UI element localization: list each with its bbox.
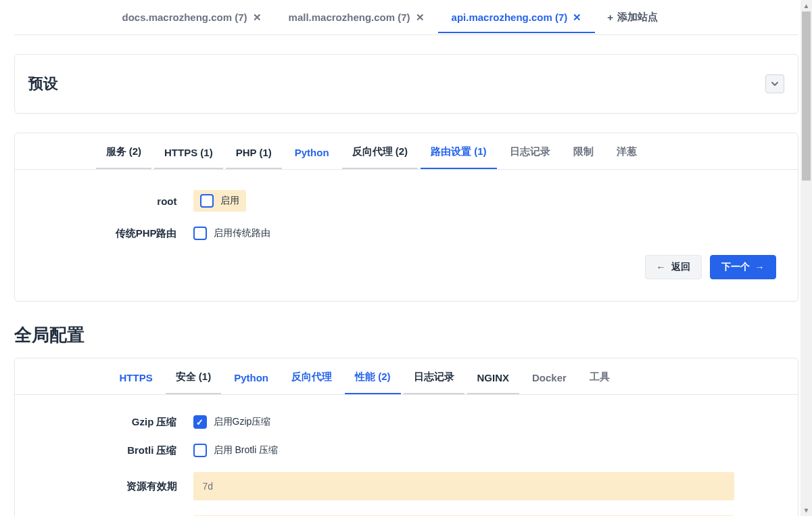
gtab-tools[interactable]: 工具	[579, 358, 620, 394]
tab-onion[interactable]: 洋葱	[606, 133, 647, 169]
asset-expiry-input[interactable]	[193, 472, 734, 500]
php-route-checkbox[interactable]	[193, 227, 207, 240]
gtab-perf[interactable]: 性能 (2)	[345, 358, 401, 394]
next-button[interactable]: 下一个 →	[710, 255, 776, 279]
button-row: ← 返回 下一个 →	[31, 255, 782, 285]
gtab-log[interactable]: 日志记录	[404, 358, 464, 394]
php-route-label: 传统PHP路由	[31, 227, 193, 240]
global-config-card: HTTPS 安全 (1) Python 反向代理 性能 (2) 日志记录 NGI…	[14, 358, 798, 516]
global-tabs: HTTPS 安全 (1) Python 反向代理 性能 (2) 日志记录 NGI…	[15, 358, 798, 395]
root-check-label: 启用	[220, 195, 239, 207]
close-icon[interactable]: ✕	[253, 11, 262, 24]
tab-limit[interactable]: 限制	[563, 133, 604, 169]
row-brotli: Brotli 压缩 启用 Brotli 压缩	[31, 444, 782, 457]
root-highlight: 启用	[193, 190, 246, 212]
row-gzip: Gzip 压缩 启用Gzip压缩	[31, 415, 782, 429]
scrollbar[interactable]: ▲ ▼	[801, 0, 812, 516]
scroll-thumb[interactable]	[802, 11, 811, 181]
row-root: root 启用	[31, 190, 782, 212]
tab-log[interactable]: 日志记录	[500, 133, 560, 169]
tab-python[interactable]: Python	[285, 135, 339, 169]
site-tab-docs[interactable]: docs.macrozheng.com (7) ✕	[109, 2, 275, 33]
site-tabs: docs.macrozheng.com (7) ✕ mall.macrozhen…	[14, 0, 798, 35]
close-icon[interactable]: ✕	[573, 11, 581, 24]
site-tab-label: docs.macrozheng.com (7)	[122, 11, 247, 23]
site-tab-label: mall.macrozheng.com (7)	[289, 11, 410, 23]
brotli-checkbox[interactable]	[193, 444, 207, 457]
gtab-nginx[interactable]: NGINX	[467, 360, 520, 394]
root-label: root	[31, 195, 193, 207]
arrow-right-icon: →	[755, 262, 765, 273]
php-route-check-label: 启用传统路由	[214, 227, 270, 239]
root-checkbox[interactable]	[200, 194, 214, 208]
back-button[interactable]: ← 返回	[645, 255, 702, 279]
tab-php[interactable]: PHP (1)	[226, 135, 282, 169]
perf-form: Gzip 压缩 启用Gzip压缩 Brotli 压缩 启用 Brotli 压缩 …	[15, 395, 798, 516]
preset-panel: 预设	[14, 54, 798, 114]
tab-service[interactable]: 服务 (2)	[96, 133, 152, 169]
plus-icon: +	[607, 11, 613, 23]
site-config-card: 服务 (2) HTTPS (1) PHP (1) Python 反向代理 (2)…	[14, 133, 798, 302]
close-icon[interactable]: ✕	[416, 11, 425, 24]
row-asset-expiry: 资源有效期	[31, 472, 782, 500]
global-title: 全局配置	[14, 323, 798, 347]
asset-label: 资源有效期	[31, 480, 193, 493]
next-label: 下一个	[721, 261, 750, 273]
brotli-check-label: 启用 Brotli 压缩	[214, 444, 279, 456]
gtab-python[interactable]: Python	[224, 360, 279, 394]
expand-button[interactable]	[765, 74, 784, 93]
gzip-checkbox[interactable]	[193, 415, 207, 429]
route-form: root 启用 传统PHP路由 启用传统路由 ← 返回 下一个 →	[15, 170, 798, 301]
brotli-label: Brotli 压缩	[31, 444, 193, 457]
config-tabs: 服务 (2) HTTPS (1) PHP (1) Python 反向代理 (2)…	[15, 133, 798, 170]
tab-reverse[interactable]: 反向代理 (2)	[342, 133, 419, 169]
arrow-left-icon: ←	[656, 262, 666, 273]
gzip-label: Gzip 压缩	[31, 416, 193, 429]
add-site-button[interactable]: + 添加站点	[595, 1, 670, 33]
site-tab-label: api.macrozheng.com (7)	[452, 11, 568, 23]
gzip-check-label: 启用Gzip压缩	[214, 416, 271, 428]
chevron-down-icon	[771, 80, 779, 88]
preset-title: 预设	[28, 74, 58, 94]
tab-https[interactable]: HTTPS (1)	[154, 135, 223, 169]
site-tab-mall[interactable]: mall.macrozheng.com (7) ✕	[275, 2, 438, 33]
back-label: 返回	[671, 261, 690, 273]
gtab-https[interactable]: HTTPS	[110, 360, 163, 394]
tab-route[interactable]: 路由设置 (1)	[421, 133, 497, 169]
gtab-reverse[interactable]: 反向代理	[281, 358, 342, 394]
gtab-docker[interactable]: Docker	[522, 360, 577, 394]
site-tab-api[interactable]: api.macrozheng.com (7) ✕	[438, 2, 596, 33]
scroll-up-icon[interactable]: ▲	[801, 0, 812, 11]
gtab-security[interactable]: 安全 (1)	[166, 358, 222, 394]
add-site-label: 添加站点	[617, 11, 658, 24]
scroll-down-icon[interactable]: ▼	[801, 505, 812, 516]
row-php-route: 传统PHP路由 启用传统路由	[31, 227, 782, 240]
